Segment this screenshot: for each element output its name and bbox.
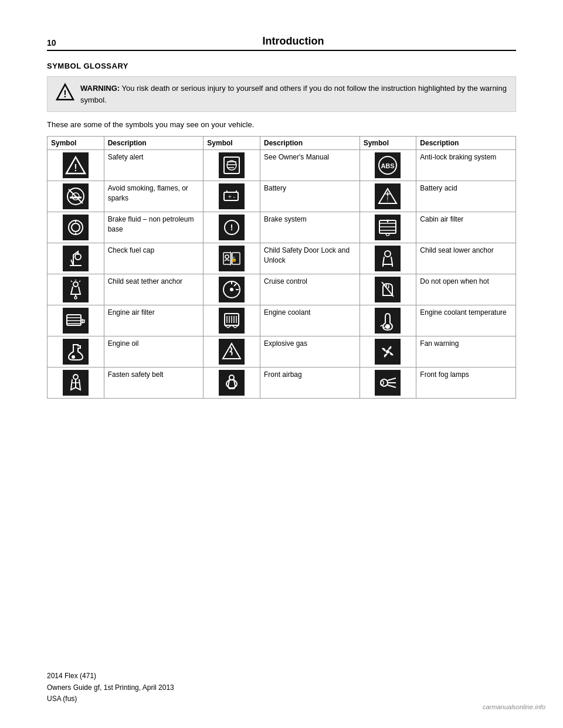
engine-coolant-temp-icon	[359, 305, 416, 336]
front-airbag-icon	[204, 368, 260, 399]
desc-cell: Engine coolant	[260, 305, 360, 336]
col-header-symbol3: Symbol	[359, 137, 416, 150]
table-row: Fasten safety belt Front airbag D Front …	[48, 368, 516, 399]
engine-coolant-icon	[204, 305, 260, 336]
svg-point-23	[69, 220, 83, 234]
svg-point-66	[73, 375, 78, 379]
svg-text:!: !	[74, 163, 77, 173]
table-header-row: Symbol Description Symbol Description Sy…	[48, 137, 516, 150]
intro-text: These are some of the symbols you may se…	[47, 120, 516, 129]
child-seat-lower-anchor-icon	[359, 243, 416, 274]
cabin-air-filter-icon	[359, 212, 416, 243]
owners-manual-icon	[204, 150, 260, 181]
svg-point-62	[385, 324, 390, 329]
col-header-desc1: Description	[104, 137, 204, 150]
desc-cell: Engine oil	[104, 336, 204, 368]
svg-point-63	[72, 355, 75, 359]
no-smoking-icon	[48, 181, 104, 212]
child-seat-tether-anchor-icon	[48, 274, 104, 305]
svg-point-47	[230, 288, 233, 291]
desc-cell: Fan warning	[416, 336, 516, 368]
warning-label: WARNING:	[80, 84, 120, 93]
svg-point-40	[385, 251, 391, 257]
explosive-gas-icon	[204, 336, 260, 368]
desc-cell: Front fog lamps	[416, 368, 516, 399]
desc-cell: Child seat tether anchor	[104, 274, 204, 305]
symbol-table: Symbol Description Symbol Description Sy…	[47, 136, 516, 399]
desc-cell: See Owner's Manual	[260, 150, 360, 181]
desc-cell: Brake system	[260, 212, 360, 243]
desc-cell: Battery acid	[416, 181, 516, 212]
svg-line-50	[234, 284, 236, 286]
page-title: Introduction	[70, 35, 516, 47]
col-header-desc2: Description	[260, 137, 360, 150]
svg-text:D: D	[380, 380, 384, 386]
desc-cell: Cabin air filter	[416, 212, 516, 243]
page-footer: 2014 Flex (471) Owners Guide gf, 1st Pri…	[47, 671, 174, 705]
fan-warning-icon	[359, 336, 416, 368]
table-row: ! Safety alert See Owner's Manual ABS An…	[48, 150, 516, 181]
table-row: Avoid smoking, flames, or sparks + - Bat…	[48, 181, 516, 212]
svg-line-73	[388, 385, 396, 387]
cruise-control-icon	[204, 274, 260, 305]
desc-cell: Engine air filter	[104, 305, 204, 336]
engine-oil-icon	[48, 336, 104, 368]
svg-text:ABS: ABS	[381, 162, 395, 169]
table-row: Brake fluid – non petroleum base ! Brake…	[48, 212, 516, 243]
warning-box: ! WARNING: You risk death or serious inj…	[47, 76, 516, 112]
brake-system-icon: !	[204, 212, 260, 243]
svg-line-13	[69, 189, 83, 203]
page-header: 10 Introduction	[47, 35, 516, 51]
table-row: Engine air filter Engine coolant Engine …	[48, 305, 516, 336]
footer-line2: Owners Guide gf, 1st Printing, April 201…	[47, 682, 174, 693]
svg-text:!: !	[230, 223, 233, 232]
front-fog-lamps-icon: D	[359, 368, 416, 399]
desc-cell: Child Safety Door Lock and Unlock	[260, 243, 360, 274]
battery-acid-icon: !	[359, 181, 416, 212]
desc-cell: Explosive gas	[260, 336, 360, 368]
warning-body: You risk death or serious injury to your…	[80, 84, 507, 104]
svg-point-68	[229, 375, 234, 380]
watermark: carmanualsonline.info	[483, 703, 545, 710]
brake-fluid-icon	[48, 212, 104, 243]
fasten-safety-belt-icon	[48, 368, 104, 399]
desc-cell: Do not open when hot	[416, 274, 516, 305]
safety-alert-icon: !	[48, 150, 104, 181]
do-not-open-when-hot-icon	[359, 274, 416, 305]
desc-cell: Brake fluid – non petroleum base	[104, 212, 204, 243]
desc-cell: Engine coolant temperature	[416, 305, 516, 336]
check-fuel-cap-icon	[48, 243, 104, 274]
svg-point-37	[225, 255, 229, 258]
desc-cell: Fasten safety belt	[104, 368, 204, 399]
svg-rect-4	[224, 157, 239, 174]
svg-point-65	[386, 350, 389, 353]
battery-icon: + -	[204, 181, 260, 212]
svg-point-24	[72, 223, 80, 232]
svg-point-45	[74, 297, 77, 299]
col-header-desc3: Description	[416, 137, 516, 150]
table-row: Engine oil Explosive gas Fan warning	[48, 336, 516, 368]
section-title: SYMBOL GLOSSARY	[47, 62, 516, 70]
table-row: Check fuel cap 🔓 Child Safety Door Lock …	[48, 243, 516, 274]
abs-icon: ABS	[359, 150, 416, 181]
desc-cell: Anti-lock braking system	[416, 150, 516, 181]
col-header-symbol2: Symbol	[204, 137, 260, 150]
warning-text: WARNING: You risk death or serious injur…	[80, 83, 507, 106]
svg-point-43	[73, 282, 78, 287]
svg-text:!: !	[63, 89, 66, 99]
svg-line-72	[388, 378, 396, 380]
desc-cell: Safety alert	[104, 150, 204, 181]
desc-cell: Avoid smoking, flames, or sparks	[104, 181, 204, 212]
col-header-symbol1: Symbol	[48, 137, 104, 150]
page-number: 10	[47, 38, 70, 47]
footer-line3: USA (fus)	[47, 693, 174, 705]
desc-cell: Check fuel cap	[104, 243, 204, 274]
page-container: 10 Introduction SYMBOL GLOSSARY ! WARNIN…	[0, 0, 563, 422]
table-row: Child seat tether anchor Cruise control …	[48, 274, 516, 305]
svg-point-69	[226, 380, 237, 388]
desc-cell: Battery	[260, 181, 360, 212]
desc-cell: Child seat lower anchor	[416, 243, 516, 274]
footer-line1: 2014 Flex (471)	[47, 671, 174, 682]
desc-cell: Front airbag	[260, 368, 360, 399]
desc-cell: Cruise control	[260, 274, 360, 305]
